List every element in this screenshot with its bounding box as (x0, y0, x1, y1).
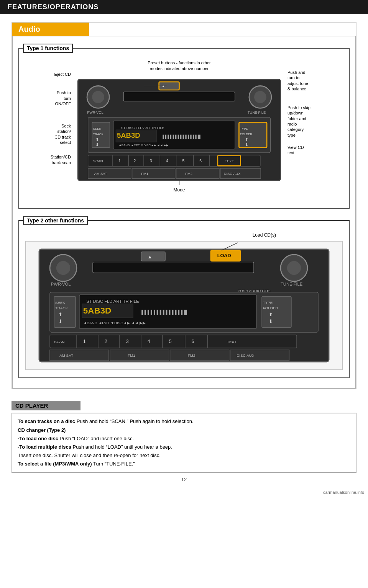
cd-changer-label: CD changer (Type 2) (18, 427, 66, 433)
cd-scan-label: To scan tracks on a disc (18, 418, 75, 424)
svg-text:TEXT: TEXT (227, 340, 237, 344)
svg-text:TUNE·FILE: TUNE·FILE (281, 282, 302, 287)
svg-rect-106 (170, 350, 229, 361)
svg-text:AM·SAT: AM·SAT (59, 354, 73, 358)
svg-text:⬇: ⬇ (269, 319, 273, 325)
type2-svg: PWR·VOL ▲ LOAD TUNE·FILE PUSH (23, 238, 345, 372)
type1-label: Type 1 functions (23, 44, 73, 53)
cd-item-select-file: To select a file (MP3/WMA only) Turn “TU… (18, 460, 350, 468)
svg-text:3: 3 (126, 339, 129, 344)
cd-item-scan: To scan tracks on a disc Push and hold “… (18, 417, 350, 426)
svg-text:⬆: ⬆ (58, 312, 62, 317)
svg-text:PWR·VOL: PWR·VOL (51, 282, 71, 287)
svg-point-58 (56, 261, 70, 275)
top-annotation: Preset buttons - functions in othermodes… (73, 60, 286, 72)
svg-rect-6 (123, 92, 235, 101)
svg-text:PWR·VOL: PWR·VOL (87, 111, 104, 114)
cd-load-one-label: -To load one disc (18, 436, 58, 441)
svg-text:⬇: ⬇ (95, 142, 99, 147)
svg-text:DISC·AUX: DISC·AUX (224, 172, 241, 176)
svg-text:5AB3D: 5AB3D (117, 131, 140, 139)
svg-text:2: 2 (134, 158, 136, 163)
svg-text:TRACK: TRACK (93, 132, 104, 136)
svg-text:▲: ▲ (161, 84, 165, 88)
svg-text:TUNE·FILE: TUNE·FILE (248, 111, 266, 114)
type1-box: Type 1 functions Eject CD Push toturnON/… (18, 48, 350, 209)
callout-push-turn: Push toturnON/OFF (23, 90, 71, 106)
right-callouts: Push andturn toadjust tone& balance Push… (286, 60, 345, 156)
svg-text:FOLDER: FOLDER (240, 132, 252, 136)
svg-text:⬇: ⬇ (245, 142, 248, 147)
svg-text:TYPE: TYPE (240, 127, 248, 131)
svg-text:6: 6 (192, 339, 194, 344)
svg-text:FM1: FM1 (141, 172, 148, 176)
svg-point-2 (92, 91, 104, 103)
page-title: FEATURES/OPERATIONS (8, 3, 99, 11)
svg-text:ST DISC FLD ART TR FILE: ST DISC FLD ART TR FILE (86, 299, 139, 304)
radio-diagram-type1: Preset buttons - functions in othermodes… (73, 60, 286, 193)
cd-player-content: To scan tracks on a disc Push and hold “… (12, 413, 356, 473)
svg-text:LOAD: LOAD (217, 253, 231, 258)
svg-text:1: 1 (118, 158, 121, 163)
svg-text:SEEK: SEEK (93, 127, 102, 131)
svg-text:FM1: FM1 (128, 354, 135, 358)
svg-text:SCAN: SCAN (54, 340, 64, 344)
svg-text:◄BAND  ◄RPT  ▼DISC◄▶  ◄◄  ▶▶: ◄BAND ◄RPT ▼DISC◄▶ ◄◄ ▶▶ (83, 321, 146, 325)
svg-rect-102 (50, 350, 109, 361)
type2-box: Type 2 other functions Load CD(s) PWR·VO… (18, 220, 350, 378)
svg-text:◄BAND  ◄RPT  ▼DISC◄▶  ◄◄  ▶▶: ◄BAND ◄RPT ▼DISC◄▶ ◄◄ ▶▶ (118, 143, 169, 147)
callout-eject-cd: Eject CD (23, 72, 71, 77)
svg-text:SCAN: SCAN (93, 159, 103, 163)
svg-text:1: 1 (83, 339, 86, 344)
svg-rect-28 (88, 155, 260, 166)
svg-text:FM2: FM2 (188, 354, 196, 358)
page-number: 12 (12, 477, 356, 482)
svg-text:▐▐▐▐▐▐▐▐▐▐▐▐▐▐▐▌: ▐▐▐▐▐▐▐▐▐▐▐▐▐▐▐▌ (161, 134, 202, 139)
svg-point-66 (287, 261, 301, 275)
svg-rect-86 (50, 335, 297, 348)
svg-text:ST DISC FLD ART TR FILE: ST DISC FLD ART TR FILE (121, 126, 164, 129)
svg-text:▲: ▲ (148, 254, 152, 260)
svg-text:3: 3 (150, 158, 152, 163)
cd-player-header: CD PLAYER (12, 401, 80, 410)
cd-item-load-multiple: -To load multiple discs Push and hold “L… (18, 443, 350, 460)
svg-text:5: 5 (182, 158, 184, 163)
callout-view-cd-text: View CDtext (288, 145, 345, 156)
svg-text:6: 6 (199, 158, 202, 163)
svg-rect-60 (141, 252, 165, 261)
type1-diagram-layout: Eject CD Push toturnON/OFF Seekstation/C… (23, 60, 345, 193)
svg-text:SEEK: SEEK (55, 301, 66, 305)
callout-push-skip: Push to skipup/downfolder andradiocatego… (288, 105, 345, 138)
svg-text:⬆: ⬆ (95, 137, 99, 142)
svg-text:5AB3D: 5AB3D (83, 306, 111, 315)
svg-rect-49 (176, 168, 219, 178)
svg-text:TEXT: TEXT (225, 159, 234, 163)
svg-text:FOLDER: FOLDER (263, 306, 278, 310)
svg-text:⬆: ⬆ (245, 137, 248, 142)
svg-rect-64 (93, 262, 254, 273)
svg-text:FM2: FM2 (185, 172, 192, 176)
svg-rect-47 (132, 168, 175, 178)
svg-text:▐▐▐▐▐▐▐▐▐▐▐▐▐▐▐▌: ▐▐▐▐▐▐▐▐▐▐▐▐▐▐▐▌ (140, 309, 189, 315)
audio-title: Audio (12, 23, 89, 36)
mode-label: Mode (73, 187, 286, 193)
type2-label: Type 2 other functions (23, 216, 88, 225)
svg-text:DISC·AUX: DISC·AUX (237, 354, 255, 358)
left-callouts: Eject CD Push toturnON/OFF Seekstation/C… (23, 60, 73, 165)
type1-svg: PWR·VOL ▲ TUNE·FILE PUSH AUDIO CTRL (73, 74, 286, 186)
website-footer: carmanualsonline.info (0, 490, 368, 497)
callout-push-and-turn: Push andturn toadjust tone& balance (288, 70, 345, 91)
svg-text:⬇: ⬇ (58, 319, 62, 325)
page-header: FEATURES/OPERATIONS (0, 0, 368, 14)
svg-text:2: 2 (105, 339, 107, 344)
cd-select-file-label: To select a file (MP3/WMA only) (18, 461, 92, 467)
svg-text:⬆: ⬆ (269, 312, 273, 317)
svg-text:AM·SAT: AM·SAT (94, 172, 107, 176)
cd-player-section: CD PLAYER To scan tracks on a disc Push … (12, 397, 356, 473)
svg-rect-104 (110, 350, 169, 361)
load-cds-label: Load CD(s) (23, 232, 345, 238)
svg-point-8 (254, 91, 266, 103)
svg-text:4: 4 (166, 158, 168, 163)
svg-text:TYPE: TYPE (263, 301, 273, 305)
svg-text:4: 4 (148, 339, 150, 344)
